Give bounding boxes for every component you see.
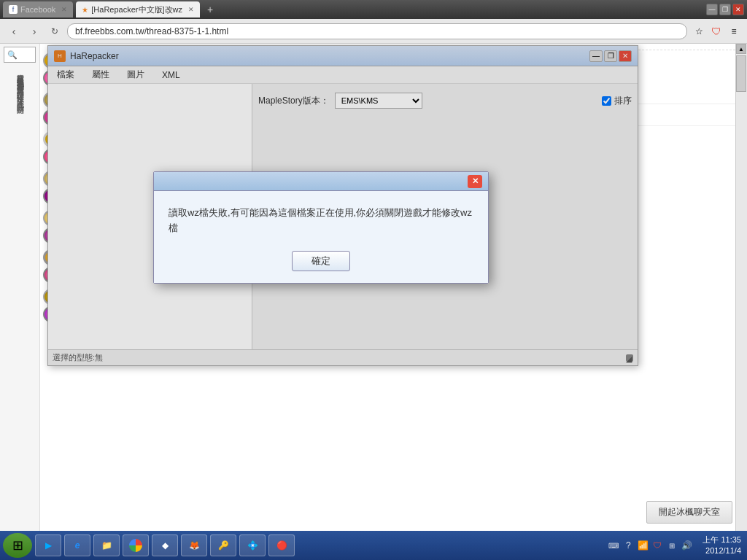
error-body: 讀取wz檔失敗,有可能因為這個檔案正在使用,你必須關閉遊戲才能修改wz檔 確定 [154, 191, 488, 283]
app3-icon: 🔴 [275, 539, 288, 552]
tray-help-icon[interactable]: ? [622, 540, 634, 551]
facebook-tab-icon: f [9, 5, 18, 14]
taskbar-item-ie[interactable]: e [64, 534, 90, 556]
content-area: 🔍 精選指南 積極楓谷 楓谷玩家 活動賞析 智慧生活 推薦 關鍵 性格 來學 在… [0, 44, 747, 560]
forward-button[interactable]: › [26, 23, 42, 39]
taskbar-item-wmp[interactable]: ▶ [35, 534, 61, 556]
systray: ⌨ ? 📶 🛡 ⊞ 🔊 [603, 540, 697, 551]
taskbar-item-tool[interactable]: 🔑 [210, 534, 236, 556]
taskbar-item-explorer[interactable]: 📁 [93, 534, 120, 556]
harepacker-tab-close[interactable]: ✕ [188, 6, 194, 13]
error-dialog: ✕ 讀取wz檔失敗,有可能因為這個檔案正在使用,你必須關閉遊戲才能修改wz檔 確… [153, 171, 489, 284]
chrome-icon [129, 539, 142, 552]
harepacker-tab-icon: ★ [82, 6, 88, 14]
address-bar: ‹ › ↻ ☆ 🛡 ≡ [0, 19, 747, 44]
facebook-tab-close[interactable]: ✕ [61, 6, 67, 13]
address-input[interactable] [67, 23, 687, 39]
page-content: SIGNATURE 免費幫製游標 分享到： 😊 QQ空間 🔵 騰訊微博 🌸 騰訊… [40, 44, 747, 560]
app2-icon: 💠 [246, 539, 259, 552]
harepacker-window: H HaRepacker — ❐ ✕ 檔案 屬性 圖片 XML [47, 45, 638, 366]
error-close-btn[interactable]: ✕ [468, 175, 482, 188]
toolbar-icons: ☆ 🛡 ≡ [692, 24, 741, 39]
scroll-up-btn[interactable]: ▲ [736, 44, 746, 54]
browser-close-btn[interactable]: ✕ [732, 4, 744, 15]
explorer-icon: 📁 [100, 539, 113, 552]
error-titlebar: ✕ [154, 172, 488, 191]
taskbar-item-firefox[interactable]: 🦊 [181, 534, 207, 556]
taskbar-item-chrome[interactable] [123, 534, 149, 556]
tray-keyboard-icon[interactable]: ⌨ [608, 540, 619, 551]
back-button[interactable]: ‹ [6, 23, 22, 39]
tray-security-icon[interactable]: 🛡 [651, 540, 663, 551]
firefox-icon: 🦊 [187, 539, 201, 552]
antivirus-icon[interactable]: 🛡 [709, 24, 724, 39]
taskbar: ⊞ ▶ e 📁 ◆ 🦊 🔑 💠 🔴 [0, 531, 747, 560]
system-clock[interactable]: 上午 11:35 2012/11/4 [700, 534, 744, 557]
tab-facebook[interactable]: f Facebook ✕ [3, 1, 73, 18]
chat-button-area: 開起冰楓聊天室 [646, 501, 732, 524]
sidebar-text-12: 關鍵 [13, 99, 26, 102]
facebook-tab-label: Facebook [20, 5, 55, 14]
browser-minimize-btn[interactable]: — [706, 4, 718, 15]
new-tab-button[interactable]: + [203, 2, 217, 17]
browser-frame: f Facebook ✕ ★ [HaRepacker中文版]改wz ✕ + — … [0, 0, 747, 560]
error-actions: 確定 [169, 251, 473, 271]
title-bar: f Facebook ✕ ★ [HaRepacker中文版]改wz ✕ + — … [0, 0, 747, 19]
ok-button[interactable]: 確定 [292, 251, 350, 271]
clock-time: 上午 11:35 [703, 534, 741, 545]
left-sidebar: 🔍 精選指南 積極楓谷 楓谷玩家 活動賞析 智慧生活 推薦 關鍵 性格 來學 在… [0, 44, 40, 560]
tab-harepacker[interactable]: ★ [HaRepacker中文版]改wz ✕ [76, 1, 200, 18]
settings-icon[interactable]: ≡ [727, 24, 741, 39]
app1-icon: ◆ [158, 539, 171, 552]
tray-volume-icon[interactable]: 🔊 [681, 540, 692, 551]
taskbar-item-app1[interactable]: ◆ [152, 534, 178, 556]
tool-icon: 🔑 [217, 539, 230, 552]
harepacker-tab-label: [HaRepacker中文版]改wz [91, 4, 182, 15]
taskbar-item-app3[interactable]: 🔴 [268, 534, 295, 556]
error-dialog-overlay: ✕ 讀取wz檔失敗,有可能因為這個檔案正在使用,你必須關閉遊戲才能修改wz檔 確… [48, 46, 638, 365]
start-button[interactable]: ⊞ [3, 533, 32, 558]
vertical-scrollbar[interactable]: ▲ ▼ [735, 44, 747, 560]
browser-restore-btn[interactable]: ❐ [719, 4, 731, 15]
tray-windows-icon[interactable]: ⊞ [666, 540, 678, 551]
ie-icon: e [71, 539, 84, 552]
window-controls: — ❐ ✕ [706, 4, 744, 15]
error-message: 讀取wz檔失敗,有可能因為這個檔案正在使用,你必須關閉遊戲才能修改wz檔 [169, 206, 473, 236]
wmp-icon: ▶ [42, 539, 55, 552]
search-bar[interactable]: 🔍 [4, 47, 36, 63]
refresh-button[interactable]: ↻ [47, 23, 63, 39]
chat-button[interactable]: 開起冰楓聊天室 [646, 501, 732, 524]
tray-network-icon[interactable]: 📶 [637, 540, 649, 551]
clock-date: 2012/11/4 [703, 545, 741, 556]
taskbar-item-app2[interactable]: 💠 [239, 534, 266, 556]
scroll-thumb[interactable] [736, 55, 746, 92]
windows-icon: ⊞ [12, 537, 23, 553]
search-icon: 🔍 [7, 50, 18, 60]
star-icon[interactable]: ☆ [692, 24, 706, 39]
